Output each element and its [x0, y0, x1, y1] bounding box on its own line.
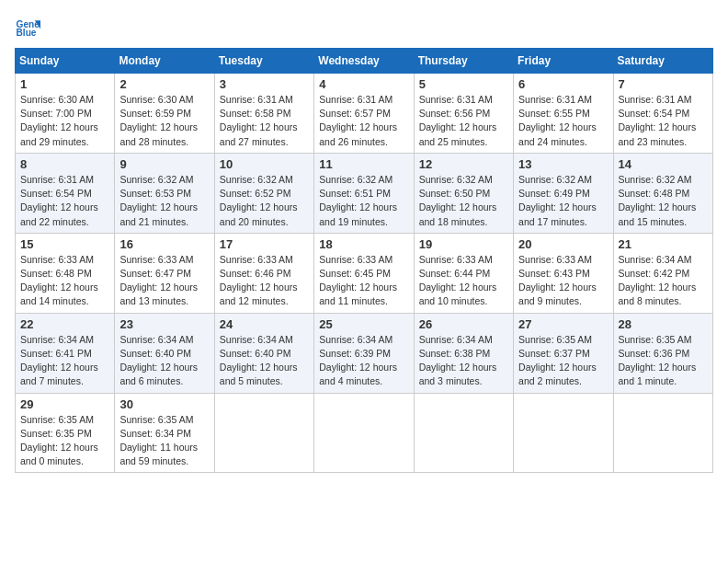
- day-info: Sunrise: 6:34 AM Sunset: 6:40 PM Dayligh…: [220, 333, 309, 389]
- day-number: 28: [619, 317, 708, 331]
- daylight-label: Daylight: 12 hours and 27 minutes.: [220, 121, 298, 146]
- daylight-label: Daylight: 12 hours and 17 minutes.: [518, 201, 597, 226]
- sunset-label: Sunset: 6:37 PM: [518, 348, 590, 359]
- day-number: 4: [319, 77, 408, 91]
- sunset-label: Sunset: 6:59 PM: [119, 108, 191, 119]
- day-info: Sunrise: 6:35 AM Sunset: 6:37 PM Dayligh…: [518, 333, 608, 389]
- sunset-label: Sunset: 6:52 PM: [220, 188, 291, 199]
- calendar-header-tuesday: Tuesday: [214, 49, 313, 74]
- calendar-cell: 7 Sunrise: 6:31 AM Sunset: 6:54 PM Dayli…: [613, 74, 712, 154]
- day-info: Sunrise: 6:34 AM Sunset: 6:40 PM Dayligh…: [119, 333, 209, 389]
- day-number: 1: [20, 77, 109, 91]
- calendar-cell: 16 Sunrise: 6:33 AM Sunset: 6:47 PM Dayl…: [115, 233, 214, 313]
- sunset-label: Sunset: 6:51 PM: [319, 188, 391, 199]
- day-number: 6: [518, 77, 608, 91]
- calendar-header-saturday: Saturday: [613, 49, 712, 74]
- sunset-label: Sunset: 6:48 PM: [619, 188, 690, 199]
- day-number: 8: [20, 157, 109, 171]
- calendar-cell: 10 Sunrise: 6:32 AM Sunset: 6:52 PM Dayl…: [214, 153, 313, 233]
- day-info: Sunrise: 6:32 AM Sunset: 6:49 PM Dayligh…: [518, 173, 608, 229]
- day-info: Sunrise: 6:33 AM Sunset: 6:46 PM Dayligh…: [220, 253, 309, 309]
- day-info: Sunrise: 6:35 AM Sunset: 6:36 PM Dayligh…: [619, 333, 708, 389]
- calendar-cell: 22 Sunrise: 6:34 AM Sunset: 6:41 PM Dayl…: [16, 313, 115, 393]
- sunset-label: Sunset: 6:45 PM: [319, 268, 391, 279]
- day-info: Sunrise: 6:34 AM Sunset: 6:38 PM Dayligh…: [419, 333, 508, 389]
- sunset-label: Sunset: 6:40 PM: [119, 348, 191, 359]
- daylight-label: Daylight: 12 hours and 15 minutes.: [619, 201, 697, 226]
- day-info: Sunrise: 6:31 AM Sunset: 6:54 PM Dayligh…: [20, 173, 109, 229]
- day-info: Sunrise: 6:35 AM Sunset: 6:34 PM Dayligh…: [119, 413, 209, 469]
- day-info: Sunrise: 6:33 AM Sunset: 6:44 PM Dayligh…: [419, 253, 508, 309]
- calendar-week-row: 8 Sunrise: 6:31 AM Sunset: 6:54 PM Dayli…: [16, 153, 713, 233]
- day-info: Sunrise: 6:34 AM Sunset: 6:39 PM Dayligh…: [319, 333, 408, 389]
- daylight-label: Daylight: 12 hours and 6 minutes.: [119, 362, 198, 386]
- calendar-cell: 19 Sunrise: 6:33 AM Sunset: 6:44 PM Dayl…: [414, 233, 513, 313]
- sunrise-label: Sunrise: 6:35 AM: [619, 334, 692, 345]
- day-info: Sunrise: 6:30 AM Sunset: 6:59 PM Dayligh…: [119, 93, 209, 149]
- calendar-cell: 13 Sunrise: 6:32 AM Sunset: 6:49 PM Dayl…: [514, 153, 613, 233]
- day-number: 16: [119, 237, 209, 251]
- calendar-cell: 29 Sunrise: 6:35 AM Sunset: 6:35 PM Dayl…: [16, 393, 115, 473]
- day-info: Sunrise: 6:31 AM Sunset: 6:57 PM Dayligh…: [319, 93, 408, 149]
- day-number: 9: [119, 157, 209, 171]
- day-info: Sunrise: 6:31 AM Sunset: 6:56 PM Dayligh…: [419, 93, 508, 149]
- logo-icon: General Blue: [15, 15, 40, 40]
- day-number: 2: [119, 77, 209, 91]
- sunset-label: Sunset: 6:55 PM: [518, 108, 590, 119]
- calendar-cell: 8 Sunrise: 6:31 AM Sunset: 6:54 PM Dayli…: [16, 153, 115, 233]
- daylight-label: Daylight: 12 hours and 14 minutes.: [20, 282, 98, 306]
- sunset-label: Sunset: 6:58 PM: [220, 108, 291, 119]
- calendar-cell: 20 Sunrise: 6:33 AM Sunset: 6:43 PM Dayl…: [514, 233, 613, 313]
- sunrise-label: Sunrise: 6:34 AM: [319, 334, 392, 345]
- logo: General Blue: [15, 15, 44, 40]
- calendar-cell: 18 Sunrise: 6:33 AM Sunset: 6:45 PM Dayl…: [314, 233, 414, 313]
- calendar-week-row: 22 Sunrise: 6:34 AM Sunset: 6:41 PM Dayl…: [16, 313, 713, 393]
- daylight-label: Daylight: 12 hours and 19 minutes.: [319, 201, 397, 226]
- sunrise-label: Sunrise: 6:31 AM: [319, 94, 392, 105]
- sunrise-label: Sunrise: 6:34 AM: [419, 334, 493, 345]
- day-number: 3: [220, 77, 309, 91]
- daylight-label: Daylight: 12 hours and 18 minutes.: [419, 201, 497, 226]
- sunrise-label: Sunrise: 6:31 AM: [20, 174, 94, 185]
- daylight-label: Daylight: 12 hours and 22 minutes.: [20, 201, 98, 226]
- sunrise-label: Sunrise: 6:33 AM: [119, 254, 193, 265]
- calendar-body: 1 Sunrise: 6:30 AM Sunset: 7:00 PM Dayli…: [16, 74, 713, 473]
- day-info: Sunrise: 6:31 AM Sunset: 6:58 PM Dayligh…: [220, 93, 309, 149]
- daylight-label: Daylight: 12 hours and 7 minutes.: [20, 362, 98, 386]
- sunset-label: Sunset: 6:53 PM: [119, 188, 191, 199]
- calendar-cell: 25 Sunrise: 6:34 AM Sunset: 6:39 PM Dayl…: [314, 313, 414, 393]
- sunset-label: Sunset: 6:43 PM: [518, 268, 590, 279]
- svg-text:Blue: Blue: [17, 28, 37, 38]
- daylight-label: Daylight: 12 hours and 23 minutes.: [619, 121, 697, 146]
- calendar-header-sunday: Sunday: [16, 49, 115, 74]
- daylight-label: Daylight: 12 hours and 11 minutes.: [319, 282, 397, 306]
- daylight-label: Daylight: 12 hours and 13 minutes.: [119, 282, 198, 306]
- sunrise-label: Sunrise: 6:33 AM: [419, 254, 493, 265]
- sunset-label: Sunset: 6:35 PM: [20, 428, 92, 439]
- calendar-cell: 24 Sunrise: 6:34 AM Sunset: 6:40 PM Dayl…: [214, 313, 313, 393]
- calendar-cell: 6 Sunrise: 6:31 AM Sunset: 6:55 PM Dayli…: [514, 74, 613, 154]
- calendar-cell: 21 Sunrise: 6:34 AM Sunset: 6:42 PM Dayl…: [613, 233, 712, 313]
- day-info: Sunrise: 6:33 AM Sunset: 6:48 PM Dayligh…: [20, 253, 109, 309]
- day-number: 22: [20, 317, 109, 331]
- sunrise-label: Sunrise: 6:34 AM: [619, 254, 692, 265]
- day-number: 20: [518, 237, 608, 251]
- daylight-label: Daylight: 12 hours and 10 minutes.: [419, 282, 497, 306]
- calendar-cell: 30 Sunrise: 6:35 AM Sunset: 6:34 PM Dayl…: [115, 393, 214, 473]
- sunrise-label: Sunrise: 6:32 AM: [518, 174, 592, 185]
- sunset-label: Sunset: 6:47 PM: [119, 268, 191, 279]
- day-info: Sunrise: 6:32 AM Sunset: 6:52 PM Dayligh…: [220, 173, 309, 229]
- sunrise-label: Sunrise: 6:35 AM: [518, 334, 592, 345]
- sunrise-label: Sunrise: 6:32 AM: [319, 174, 392, 185]
- day-info: Sunrise: 6:32 AM Sunset: 6:51 PM Dayligh…: [319, 173, 408, 229]
- sunrise-label: Sunrise: 6:31 AM: [619, 94, 692, 105]
- day-info: Sunrise: 6:33 AM Sunset: 6:47 PM Dayligh…: [119, 253, 209, 309]
- sunrise-label: Sunrise: 6:34 AM: [119, 334, 193, 345]
- day-number: 18: [319, 237, 408, 251]
- day-number: 7: [619, 77, 708, 91]
- sunset-label: Sunset: 6:44 PM: [419, 268, 491, 279]
- day-number: 26: [419, 317, 508, 331]
- day-info: Sunrise: 6:35 AM Sunset: 6:35 PM Dayligh…: [20, 413, 109, 469]
- calendar-header-wednesday: Wednesday: [314, 49, 414, 74]
- daylight-label: Daylight: 12 hours and 9 minutes.: [518, 282, 597, 306]
